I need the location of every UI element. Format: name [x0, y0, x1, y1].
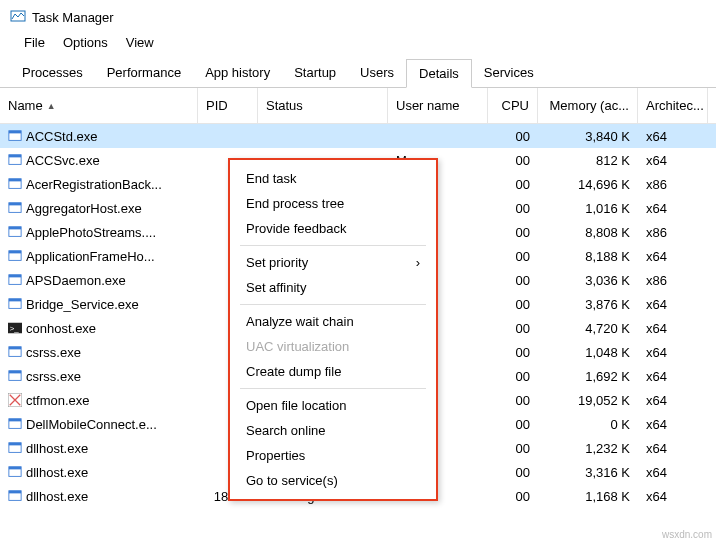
svg-rect-2 — [9, 131, 21, 134]
tab-app-history[interactable]: App history — [193, 59, 282, 88]
watermark: wsxdn.com — [662, 529, 712, 540]
cell-mem: 1,232 K — [538, 441, 638, 456]
svg-rect-29 — [9, 467, 21, 470]
context-menu: End task End process tree Provide feedba… — [228, 158, 438, 501]
cell-name: AggregatorHost.exe — [0, 201, 198, 216]
svg-rect-8 — [9, 203, 21, 206]
cell-arch: x64 — [638, 321, 708, 336]
cell-mem: 0 K — [538, 417, 638, 432]
col-pid[interactable]: PID — [198, 88, 258, 123]
tab-processes[interactable]: Processes — [10, 59, 95, 88]
col-mem[interactable]: Memory (ac... — [538, 88, 638, 123]
cell-cpu: 00 — [488, 249, 538, 264]
cell-name: dllhost.exe — [0, 441, 198, 456]
cell-mem: 3,036 K — [538, 273, 638, 288]
svg-rect-0 — [11, 11, 25, 21]
ctx-uac: UAC virtualization — [230, 334, 436, 359]
svg-rect-10 — [9, 227, 21, 230]
cell-cpu: 00 — [488, 273, 538, 288]
ctx-end-task[interactable]: End task — [230, 166, 436, 191]
sort-asc-icon: ▲ — [47, 101, 56, 111]
svg-rect-22 — [9, 371, 21, 374]
cell-name: ACCSvc.exe — [0, 153, 198, 168]
col-user[interactable]: User name — [388, 88, 488, 123]
cell-name: Bridge_Service.exe — [0, 297, 198, 312]
ctx-priority[interactable]: Set priority › — [230, 250, 436, 275]
cell-mem: 14,696 K — [538, 177, 638, 192]
svg-rect-12 — [9, 251, 21, 254]
app-icon — [10, 8, 26, 27]
cell-arch: x64 — [638, 489, 708, 504]
cell-name: dllhost.exe — [0, 465, 198, 480]
ctx-goto[interactable]: Go to service(s) — [230, 468, 436, 493]
cell-name: dllhost.exe — [0, 489, 198, 504]
tab-startup[interactable]: Startup — [282, 59, 348, 88]
cell-arch: x64 — [638, 345, 708, 360]
cell-cpu: 00 — [488, 297, 538, 312]
column-headers: Name▲ PID Status User name CPU Memory (a… — [0, 88, 716, 124]
cell-mem: 812 K — [538, 153, 638, 168]
col-cpu[interactable]: CPU — [488, 88, 538, 123]
cell-cpu: 00 — [488, 201, 538, 216]
ctx-props[interactable]: Properties — [230, 443, 436, 468]
titlebar: Task Manager — [0, 0, 716, 31]
cell-arch: x64 — [638, 297, 708, 312]
ctx-sep — [240, 388, 426, 389]
cell-name: >_conhost.exe — [0, 321, 198, 336]
cell-mem: 3,316 K — [538, 465, 638, 480]
ctx-dump[interactable]: Create dump file — [230, 359, 436, 384]
col-arch[interactable]: Architec... — [638, 88, 708, 123]
tab-services[interactable]: Services — [472, 59, 546, 88]
tab-performance[interactable]: Performance — [95, 59, 193, 88]
window-title: Task Manager — [32, 10, 114, 25]
svg-text:>_: >_ — [10, 324, 20, 333]
cell-arch: x64 — [638, 465, 708, 480]
cell-cpu: 00 — [488, 345, 538, 360]
menu-file[interactable]: File — [24, 35, 45, 50]
chevron-right-icon: › — [416, 255, 420, 270]
svg-rect-16 — [9, 299, 21, 302]
ctx-affinity[interactable]: Set affinity — [230, 275, 436, 300]
cell-mem: 1,048 K — [538, 345, 638, 360]
cell-arch: x64 — [638, 129, 708, 144]
table-row[interactable]: ACCStd.exe003,840 Kx64 — [0, 124, 716, 148]
cell-mem: 8,188 K — [538, 249, 638, 264]
ctx-wait[interactable]: Analyze wait chain — [230, 309, 436, 334]
cell-arch: x64 — [638, 393, 708, 408]
cell-cpu: 00 — [488, 393, 538, 408]
cell-cpu: 00 — [488, 465, 538, 480]
cell-mem: 19,052 K — [538, 393, 638, 408]
cell-arch: x64 — [638, 441, 708, 456]
cell-name: DellMobileConnect.e... — [0, 417, 198, 432]
cell-mem: 1,016 K — [538, 201, 638, 216]
ctx-open-loc[interactable]: Open file location — [230, 393, 436, 418]
cell-name: AcerRegistrationBack... — [0, 177, 198, 192]
svg-rect-14 — [9, 275, 21, 278]
tab-users[interactable]: Users — [348, 59, 406, 88]
cell-mem: 3,876 K — [538, 297, 638, 312]
col-name[interactable]: Name▲ — [0, 88, 198, 123]
cell-cpu: 00 — [488, 321, 538, 336]
menu-view[interactable]: View — [126, 35, 154, 50]
cell-name: ApplicationFrameHo... — [0, 249, 198, 264]
ctx-feedback[interactable]: Provide feedback — [230, 216, 436, 241]
cell-cpu: 00 — [488, 177, 538, 192]
menu-options[interactable]: Options — [63, 35, 108, 50]
cell-mem: 1,168 K — [538, 489, 638, 504]
cell-name: ApplePhotoStreams.... — [0, 225, 198, 240]
cell-name: csrss.exe — [0, 369, 198, 384]
cell-mem: 8,808 K — [538, 225, 638, 240]
ctx-sep — [240, 245, 426, 246]
cell-cpu: 00 — [488, 225, 538, 240]
svg-rect-25 — [9, 419, 21, 422]
ctx-search[interactable]: Search online — [230, 418, 436, 443]
ctx-end-tree[interactable]: End process tree — [230, 191, 436, 216]
col-status[interactable]: Status — [258, 88, 388, 123]
cell-arch: x86 — [638, 273, 708, 288]
cell-arch: x64 — [638, 249, 708, 264]
menubar: File Options View — [0, 31, 716, 58]
tab-details[interactable]: Details — [406, 59, 472, 88]
cell-name: ctfmon.exe — [0, 393, 198, 408]
cell-arch: x64 — [638, 417, 708, 432]
cell-cpu: 00 — [488, 129, 538, 144]
